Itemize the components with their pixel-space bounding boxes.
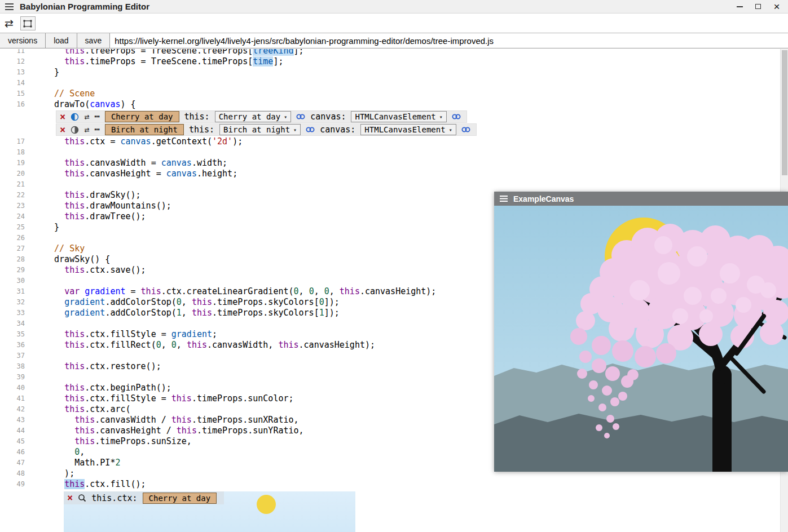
probe-delete-icon[interactable]: × bbox=[60, 112, 65, 122]
code-line[interactable]: 18 bbox=[0, 147, 788, 158]
chevron-down-icon: ▾ bbox=[439, 114, 443, 120]
line-number: 14 bbox=[0, 78, 25, 88]
line-number: 43 bbox=[0, 415, 25, 425]
line-number: 35 bbox=[0, 329, 25, 340]
link-icon[interactable] bbox=[296, 113, 305, 120]
this-value-dropdown[interactable]: Cherry at day ▾ bbox=[215, 111, 292, 122]
load-button[interactable]: load bbox=[46, 33, 77, 48]
probe-canvas-label: canvas: bbox=[320, 125, 355, 135]
code-line[interactable]: 15 // Scene bbox=[0, 88, 788, 99]
line-number: 27 bbox=[0, 243, 25, 254]
code-line[interactable]: 16 drawTo(canvas) { bbox=[0, 99, 788, 110]
magnifier-icon[interactable] bbox=[78, 494, 86, 502]
code-line[interactable]: 21 bbox=[0, 179, 788, 190]
example-chip[interactable]: Birch at night bbox=[105, 124, 184, 135]
link-icon[interactable] bbox=[452, 113, 461, 120]
probe-result-row: × this.ctx: Cherry at day bbox=[64, 491, 224, 504]
line-number: 44 bbox=[0, 425, 25, 436]
line-number: 37 bbox=[0, 351, 25, 361]
probe-swap-icon[interactable]: ⇄ bbox=[84, 126, 89, 134]
line-number: 30 bbox=[0, 276, 25, 286]
probe-row: × ⇄ ⋯ Cherry at day this: Cherry at day … bbox=[56, 110, 467, 123]
code-line[interactable]: 13 } bbox=[0, 67, 788, 78]
line-number: 16 bbox=[0, 99, 25, 110]
line-number: 39 bbox=[0, 372, 25, 383]
babylonian-editor-app: Babylonian Programming Editor × ⇄ versio… bbox=[0, 0, 788, 532]
url-bar: versions load save bbox=[0, 33, 788, 48]
scrollbar-thumb[interactable] bbox=[782, 50, 787, 175]
this-value-dropdown[interactable]: Birch at night ▾ bbox=[219, 124, 301, 135]
dropdown-value: Birch at night bbox=[223, 125, 290, 134]
line-number: 25 bbox=[0, 222, 25, 233]
probe-delete-icon[interactable]: × bbox=[67, 493, 73, 503]
line-number: 28 bbox=[0, 254, 25, 265]
canvas-value-dropdown[interactable]: HTMLCanvasElement ▾ bbox=[360, 124, 456, 135]
line-number: 46 bbox=[0, 447, 25, 458]
sun-shape bbox=[257, 495, 276, 514]
swap-tool-button[interactable]: ⇄ bbox=[5, 18, 14, 29]
code-line[interactable]: 19 this.canvasWidth = canvas.width; bbox=[0, 158, 788, 169]
dropdown-value: Cherry at day bbox=[219, 112, 281, 121]
probe-toggle-off-icon[interactable] bbox=[71, 126, 79, 134]
chevron-down-icon: ▾ bbox=[449, 127, 452, 133]
line-number: 18 bbox=[0, 147, 25, 158]
line-number: 36 bbox=[0, 340, 25, 351]
probe-this-label: this: bbox=[184, 112, 210, 122]
line-number: 21 bbox=[0, 179, 25, 190]
line-number: 49 bbox=[0, 479, 25, 490]
chevron-down-icon: ▾ bbox=[284, 114, 287, 120]
line-number: 26 bbox=[0, 233, 25, 243]
code-line[interactable]: 14 bbox=[0, 78, 788, 88]
line-number: 32 bbox=[0, 297, 25, 308]
hamburger-menu-icon[interactable] bbox=[5, 3, 14, 10]
canvas-value-dropdown[interactable]: HTMLCanvasElement ▾ bbox=[351, 111, 446, 122]
probe-row: × ⇄ ⋯ Birch at night this: Birch at nigh… bbox=[56, 123, 477, 136]
probe-toggle-on-icon[interactable] bbox=[71, 113, 79, 121]
line-number: 12 bbox=[0, 56, 25, 67]
probe-delete-icon[interactable]: × bbox=[60, 125, 65, 135]
code-line[interactable]: 20 this.canvasHeight = canvas.height; bbox=[0, 169, 788, 179]
probe-target-label: this.ctx: bbox=[91, 493, 137, 503]
code-line[interactable]: 49 this.ctx.fill(); bbox=[0, 479, 788, 490]
dropdown-value: HTMLCanvasElement bbox=[364, 125, 445, 134]
minimize-button[interactable] bbox=[733, 1, 746, 12]
line-number: 33 bbox=[0, 308, 25, 318]
code-line[interactable]: 11 this.treeProps = TreeScene.treeProps[… bbox=[0, 49, 788, 56]
example-chip[interactable]: Cherry at day bbox=[105, 111, 179, 122]
probe-swap-icon[interactable]: ⇄ bbox=[84, 113, 89, 121]
link-icon[interactable] bbox=[306, 126, 315, 133]
close-button[interactable]: × bbox=[770, 1, 783, 12]
title-bar: Babylonian Programming Editor × bbox=[0, 0, 788, 14]
selection-tool-button[interactable] bbox=[20, 16, 36, 30]
line-number: 23 bbox=[0, 201, 25, 211]
save-button[interactable]: save bbox=[77, 33, 111, 48]
versions-button[interactable]: versions bbox=[0, 33, 46, 48]
probe-more-icon[interactable]: ⋯ bbox=[94, 125, 100, 134]
hamburger-menu-icon[interactable] bbox=[500, 196, 508, 202]
example-canvas-window: ExampleCanvas bbox=[494, 192, 788, 472]
code-line[interactable]: 12 this.timeProps = TreeScene.timeProps[… bbox=[0, 56, 788, 67]
example-chip[interactable]: Cherry at day bbox=[143, 493, 217, 504]
example-window-title: ExampleCanvas bbox=[513, 194, 574, 203]
probe-canvas-preview: × this.ctx: Cherry at day bbox=[64, 491, 355, 532]
line-number: 31 bbox=[0, 286, 25, 297]
line-number: 15 bbox=[0, 88, 25, 99]
example-window-titlebar[interactable]: ExampleCanvas bbox=[494, 192, 788, 206]
probe-more-icon[interactable]: ⋯ bbox=[94, 112, 100, 121]
line-number: 38 bbox=[0, 361, 25, 372]
near-mountains-shape bbox=[494, 414, 788, 472]
link-icon[interactable] bbox=[461, 126, 470, 133]
line-number: 40 bbox=[0, 383, 25, 393]
window-controls: × bbox=[733, 1, 788, 12]
code-line[interactable]: 17 this.ctx = canvas.getContext('2d'); bbox=[0, 136, 788, 147]
line-number: 20 bbox=[0, 169, 25, 179]
example-canvas-drawing bbox=[494, 206, 788, 472]
url-input[interactable] bbox=[110, 33, 788, 48]
window-title: Babylonian Programming Editor bbox=[20, 2, 149, 11]
probe-block: × ⇄ ⋯ Cherry at day this: Cherry at day … bbox=[0, 110, 788, 136]
line-number: 45 bbox=[0, 436, 25, 447]
line-number: 22 bbox=[0, 190, 25, 201]
line-number: 11 bbox=[0, 49, 25, 56]
probe-canvas-label: canvas: bbox=[310, 112, 346, 122]
maximize-button[interactable] bbox=[751, 1, 765, 12]
